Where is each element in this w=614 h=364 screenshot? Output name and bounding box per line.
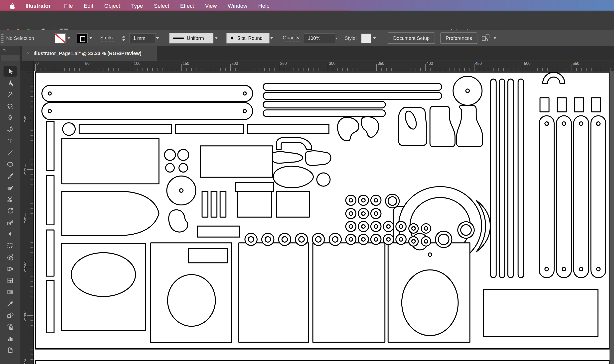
part-washer-hole[interactable] [248, 237, 254, 242]
menu-help[interactable]: Help [253, 2, 275, 9]
part-strap-hole[interactable] [597, 267, 600, 271]
part-boat-panel[interactable] [62, 191, 159, 235]
menu-view[interactable]: View [199, 2, 222, 9]
tool-magic-wand[interactable] [3, 89, 17, 100]
part-washer-hole[interactable] [387, 238, 390, 241]
part-strap[interactable] [42, 85, 253, 102]
part-rect[interactable] [313, 243, 385, 342]
part-rect[interactable] [200, 146, 273, 177]
style-swatch[interactable] [361, 30, 371, 46]
part-washer-hole[interactable] [349, 212, 353, 215]
fill-chevron-icon[interactable] [67, 30, 71, 46]
part-egg[interactable] [273, 166, 313, 188]
part-rect[interactable] [235, 182, 274, 191]
vertical-ruler[interactable]: 50100150200250300 [20, 71, 34, 364]
part-rect[interactable] [557, 98, 566, 112]
part-strap[interactable] [263, 92, 442, 99]
part-strap[interactable] [263, 101, 385, 108]
part-strap[interactable] [574, 116, 589, 278]
brush-select[interactable]: 5 pt. Round [226, 33, 270, 43]
tool-gradient[interactable] [3, 287, 17, 297]
part-strap[interactable] [42, 102, 253, 120]
part-circle[interactable] [317, 173, 330, 186]
preferences-button[interactable]: Preferences [440, 32, 477, 44]
part-washer-hole[interactable] [349, 198, 353, 202]
part-washer-hole[interactable] [412, 240, 415, 243]
part-washer-hole[interactable] [265, 237, 271, 242]
part-strap-hole[interactable] [243, 92, 246, 95]
tool-perspective-grid[interactable] [3, 264, 17, 274]
part-washer-hole[interactable] [399, 238, 403, 241]
part-rect[interactable] [197, 226, 240, 237]
select-similar-icon[interactable] [482, 34, 491, 42]
width-profile-select[interactable]: Uniform [169, 33, 213, 43]
menu-file[interactable]: File [59, 2, 78, 9]
artboard-2[interactable] [35, 361, 609, 364]
part-strap-hole[interactable] [597, 122, 600, 125]
part-strap[interactable] [263, 110, 385, 117]
part-washer-hole[interactable] [424, 227, 428, 230]
horizontal-ruler[interactable]: 050100150200250300350400450500550 [34, 61, 614, 71]
tab-close-icon[interactable]: × [22, 50, 33, 56]
part-circle[interactable] [63, 123, 75, 135]
part-washer-hole[interactable] [388, 197, 397, 205]
part-tall-bar[interactable] [499, 79, 505, 278]
part-strap-hole[interactable] [579, 122, 583, 125]
part-strap[interactable] [556, 116, 571, 278]
part-washer-hole[interactable] [412, 227, 415, 230]
stroke-weight-input[interactable]: 1 mm [129, 33, 156, 43]
tool-paintbrush[interactable] [3, 171, 17, 181]
part-circle[interactable] [178, 149, 189, 160]
part-rect[interactable] [237, 191, 272, 217]
part-strap[interactable] [263, 83, 442, 90]
part-rect[interactable] [575, 98, 584, 112]
part-circle[interactable] [164, 149, 175, 160]
tool-line-segment[interactable] [3, 147, 17, 158]
style-chevron-icon[interactable] [373, 30, 376, 46]
part-fin-right[interactable] [305, 151, 331, 166]
part-washer-hole[interactable] [461, 225, 471, 235]
part-tall-bar[interactable] [491, 79, 496, 278]
part-pulley-hole[interactable] [466, 89, 469, 92]
part-rect[interactable] [484, 289, 598, 336]
stroke-weight-chevron-icon[interactable] [156, 30, 159, 46]
tool-column-graph[interactable] [3, 333, 17, 344]
part-strap-hole[interactable] [545, 122, 548, 125]
part-rect[interactable] [211, 191, 217, 217]
part-strap-hole[interactable] [48, 109, 51, 113]
tool-eyedropper[interactable] [3, 298, 17, 309]
part-rect[interactable] [277, 191, 309, 217]
part-rect[interactable] [188, 248, 228, 263]
stroke-swatch-chevron-icon[interactable] [89, 30, 93, 46]
part-pulley-hole[interactable] [179, 189, 183, 192]
part-washer-hole[interactable] [399, 225, 403, 228]
part-circle[interactable] [179, 164, 188, 172]
menu-type[interactable]: Type [126, 2, 149, 9]
canvas-area[interactable] [34, 71, 614, 364]
part-rect[interactable] [62, 138, 159, 184]
part-washer-hole[interactable] [374, 212, 378, 215]
part-rect[interactable] [79, 124, 171, 134]
part-rect[interactable] [592, 98, 601, 112]
tool-direct-selection[interactable] [3, 78, 17, 88]
part-washer-hole[interactable] [349, 225, 353, 228]
part-strap-hole[interactable] [545, 267, 548, 271]
menu-effect[interactable]: Effect [175, 2, 200, 9]
part-ellipse[interactable] [71, 253, 136, 297]
menu-window[interactable]: Window [222, 2, 253, 9]
tool-mesh[interactable] [3, 275, 17, 286]
part-tall-bar[interactable] [508, 79, 513, 278]
part-rect[interactable] [540, 98, 549, 112]
part-strap-hole[interactable] [243, 109, 246, 113]
part-rect[interactable] [202, 191, 208, 217]
width-profile-chevron-icon[interactable] [215, 30, 218, 46]
part-washer-hole[interactable] [362, 212, 365, 215]
part-rect[interactable] [46, 176, 54, 225]
part-strap-hole[interactable] [48, 92, 51, 95]
controlbar-drag-grip[interactable] [1, 34, 3, 43]
part-rect[interactable] [175, 124, 244, 134]
ruler-corner[interactable] [20, 61, 34, 71]
part-strap-hole[interactable] [562, 267, 566, 271]
part-strap[interactable] [539, 116, 554, 278]
part-circle[interactable] [166, 164, 174, 172]
